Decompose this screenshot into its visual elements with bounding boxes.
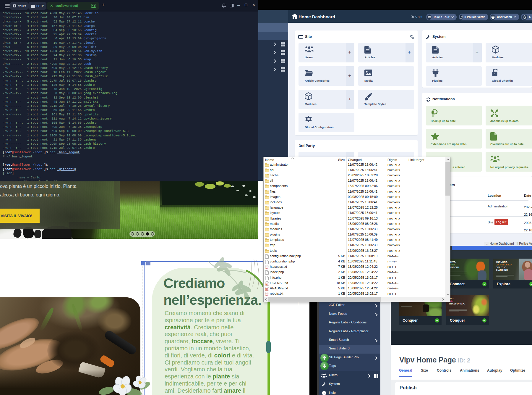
svg-text:txt: txt xyxy=(266,294,268,296)
svg-text:txt: txt xyxy=(266,267,268,269)
svg-text:txt: txt xyxy=(266,283,268,285)
svg-text:txt: txt xyxy=(266,288,268,290)
